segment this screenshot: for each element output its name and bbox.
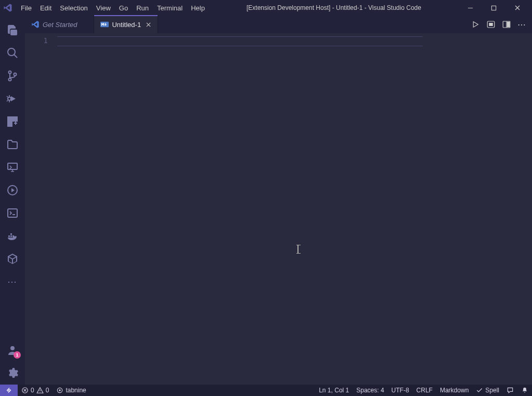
status-indentation[interactable]: Spaces: 4	[353, 385, 387, 396]
status-remote-indicator[interactable]	[0, 385, 18, 396]
accounts-badge: 1	[14, 351, 21, 359]
status-spell-label: Spell	[485, 387, 499, 394]
editor-actions: ⋯	[469, 16, 532, 33]
svg-point-3	[9, 78, 11, 81]
activity-bar: ⋯ 1	[0, 16, 25, 385]
menu-edit[interactable]: Edit	[36, 2, 56, 14]
svg-rect-18	[507, 22, 510, 28]
markdown-file-icon	[100, 20, 109, 29]
menu-go[interactable]: Go	[115, 2, 132, 14]
svg-point-1	[8, 48, 15, 56]
tab-untitled-1[interactable]: Untitled-1	[94, 16, 158, 33]
status-language-mode[interactable]: Markdown	[436, 385, 472, 396]
activity-remote-explorer[interactable]	[0, 156, 25, 179]
svg-rect-0	[491, 6, 496, 10]
activity-run-debug[interactable]	[0, 87, 25, 110]
menu-run[interactable]: Run	[132, 2, 153, 14]
activity-folder[interactable]	[0, 133, 25, 156]
status-problems[interactable]: 0 0	[18, 385, 53, 396]
window-close-button[interactable]	[505, 0, 529, 16]
status-notifications[interactable]	[517, 385, 532, 396]
svg-point-4	[14, 73, 17, 76]
activity-terminal-panel[interactable]	[0, 202, 25, 225]
window-minimize-button[interactable]	[459, 0, 482, 16]
text-cursor-icon	[297, 245, 299, 254]
activity-explorer[interactable]	[0, 19, 25, 42]
menu-help[interactable]: Help	[187, 2, 209, 14]
svg-rect-16	[489, 23, 493, 26]
preview-button[interactable]	[484, 18, 498, 31]
status-spell[interactable]: Spell	[472, 385, 503, 396]
activity-accounts[interactable]: 1	[0, 339, 25, 362]
tab-get-started[interactable]: Get Started	[25, 16, 94, 33]
menu-selection[interactable]: Selection	[56, 2, 92, 14]
menu-terminal[interactable]: Terminal	[153, 2, 187, 14]
editor-surface[interactable]: 1	[25, 35, 532, 385]
svg-rect-10	[10, 235, 12, 237]
activity-search[interactable]	[0, 42, 25, 64]
activity-extensions[interactable]	[0, 110, 25, 133]
window-controls	[459, 0, 529, 16]
more-actions-button[interactable]: ⋯	[515, 18, 529, 31]
editor-group: Get Started Untitled-1	[25, 16, 532, 385]
activity-manage[interactable]	[0, 362, 25, 385]
split-editor-button[interactable]	[500, 18, 513, 31]
vscode-app-icon	[3, 3, 12, 12]
code-area[interactable]	[57, 35, 480, 385]
svg-point-21	[59, 389, 61, 391]
status-tabnine-label: tabnine	[66, 387, 86, 394]
status-errors-count: 0	[31, 387, 34, 394]
line-number: 1	[25, 36, 48, 45]
ellipsis-icon: ⋯	[7, 276, 18, 287]
line-number-gutter: 1	[25, 35, 57, 385]
vscode-icon	[31, 20, 40, 29]
status-encoding[interactable]: UTF-8	[388, 385, 413, 396]
svg-point-13	[10, 346, 15, 350]
status-cursor-position[interactable]: Ln 1, Col 1	[315, 385, 353, 396]
svg-rect-9	[8, 235, 10, 237]
ellipsis-icon: ⋯	[517, 20, 527, 30]
window-maximize-button[interactable]	[482, 0, 505, 16]
tab-label: Get Started	[43, 21, 77, 29]
svg-rect-8	[8, 209, 17, 217]
menu-view[interactable]: View	[92, 2, 115, 14]
menubar: File Edit Selection View Go Run Terminal…	[17, 2, 209, 14]
status-bar: 0 0 tabnine Ln 1, Col 1 Spaces: 4 UTF-8 …	[0, 385, 532, 396]
run-button[interactable]	[469, 18, 482, 31]
activity-overflow[interactable]: ⋯	[0, 270, 25, 293]
tab-close-button[interactable]	[144, 20, 152, 29]
status-warnings-count: 0	[46, 387, 49, 394]
current-line-highlight	[57, 36, 423, 46]
svg-point-2	[9, 71, 11, 74]
title-bar: File Edit Selection View Go Run Terminal…	[0, 0, 532, 16]
status-feedback[interactable]	[503, 385, 517, 396]
activity-source-control[interactable]	[0, 64, 25, 87]
menu-file[interactable]: File	[17, 2, 36, 14]
activity-project-manager[interactable]	[0, 247, 25, 270]
main-area: ⋯ 1 Get Started	[0, 16, 532, 385]
status-tabnine[interactable]: tabnine	[53, 385, 89, 396]
window-title: [Extension Development Host] - Untitled-…	[209, 4, 459, 11]
tab-label: Untitled-1	[112, 21, 141, 29]
minimap[interactable]	[480, 35, 532, 385]
status-eol[interactable]: CRLF	[413, 385, 436, 396]
svg-point-5	[8, 97, 11, 100]
tab-row: Get Started Untitled-1	[25, 16, 532, 33]
svg-rect-6	[8, 163, 17, 169]
activity-docker[interactable]	[0, 225, 25, 247]
svg-rect-12	[10, 233, 12, 235]
activity-live-share[interactable]	[0, 179, 25, 202]
